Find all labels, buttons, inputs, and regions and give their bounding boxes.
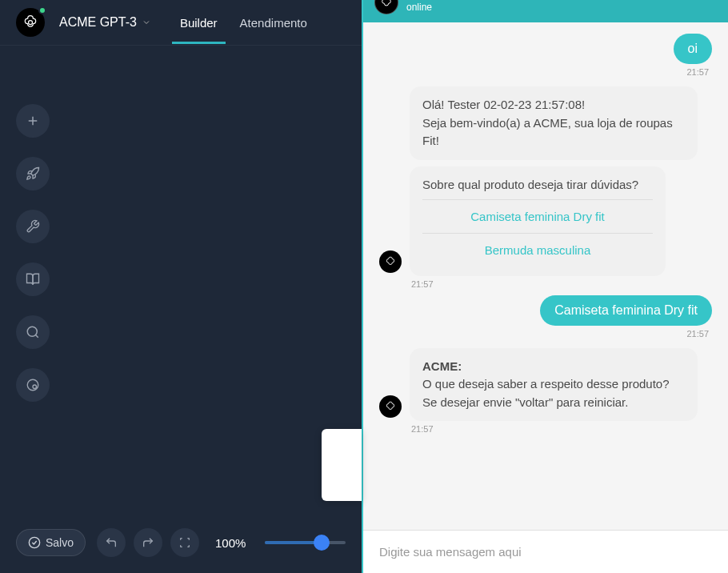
tab-atendimento[interactable]: Atendimento: [240, 2, 307, 44]
bot-avatar-icon: [379, 250, 402, 273]
top-bar: ACME GPT-3 Builder Atendimento: [0, 0, 362, 46]
svg-point-6: [33, 385, 37, 389]
user-message: Camiseta feminina Dry fit 21:57: [379, 295, 712, 339]
app-title-text: ACME GPT-3: [59, 15, 137, 30]
save-label: Salvo: [46, 536, 74, 549]
zoom-label: 100%: [215, 536, 246, 550]
online-status: online: [406, 2, 432, 13]
check-circle-icon: [28, 536, 41, 549]
app-title-dropdown[interactable]: ACME GPT-3: [59, 15, 151, 30]
search-button[interactable]: [16, 315, 50, 349]
builder-panel: ACME GPT-3 Builder Atendimento: [0, 0, 362, 573]
message-time: 21:57: [686, 67, 709, 77]
tab-builder[interactable]: Builder: [180, 2, 218, 44]
undo-button[interactable]: [97, 528, 126, 557]
bot-option-card: Sobre qual produto deseja tirar dúvidas?…: [410, 166, 666, 276]
bot-message: ACME: O que deseja saber a respeito dess…: [379, 348, 712, 435]
frame-button[interactable]: [170, 528, 199, 557]
svg-point-3: [27, 327, 37, 336]
svg-point-7: [29, 537, 39, 547]
chat-messages[interactable]: oi 21:57 Olá! Tester 02-02-23 21:57:08! …: [363, 22, 728, 530]
canvas-preview: [322, 429, 362, 501]
svg-line-4: [35, 335, 38, 337]
user-message-text: oi: [674, 34, 712, 64]
message-time: 21:57: [411, 279, 434, 289]
chat-input-bar: [363, 530, 728, 573]
main-tabs: Builder Atendimento: [180, 2, 307, 44]
message-time: 21:57: [411, 424, 434, 434]
slider-thumb[interactable]: [314, 535, 330, 551]
option-bermuda[interactable]: Bermuda masculina: [422, 233, 653, 266]
svg-point-5: [27, 379, 38, 391]
bot-message: Olá! Tester 02-02-23 21:57:08! Seja bem-…: [379, 86, 712, 160]
settings-button[interactable]: [16, 210, 50, 243]
docs-button[interactable]: [16, 262, 50, 296]
rocket-button[interactable]: [16, 157, 50, 190]
chat-bot-avatar-icon: [374, 0, 398, 14]
add-button[interactable]: [16, 104, 50, 138]
bot-text-body: O que deseja saber a respeito desse prod…: [422, 377, 670, 409]
chat-input[interactable]: [379, 545, 712, 559]
redo-button[interactable]: [134, 528, 162, 557]
bot-avatar-icon: [379, 395, 402, 418]
save-status: Salvo: [16, 529, 86, 556]
message-time: 21:57: [686, 329, 709, 339]
svg-point-0: [29, 21, 33, 25]
zoom-slider[interactable]: [265, 541, 346, 544]
bot-message-text: ACME: O que deseja saber a respeito dess…: [410, 348, 698, 422]
option-dryfit[interactable]: Camiseta feminina Dry fit: [422, 200, 653, 233]
chat-panel: online oi 21:57 Olá! Tester 02-02-23 21:…: [362, 0, 728, 573]
chat-header: online: [363, 0, 728, 22]
bot-card-text: Sobre qual produto deseja tirar dúvidas?: [422, 176, 653, 193]
sidebar-tools: [16, 104, 50, 402]
app-logo: [16, 8, 45, 37]
global-button[interactable]: [16, 368, 50, 402]
user-message-text: Camiseta feminina Dry fit: [540, 295, 712, 326]
chevron-down-icon: [142, 18, 151, 27]
bot-label: ACME:: [422, 359, 462, 373]
bot-message-text: Olá! Tester 02-02-23 21:57:08! Seja bem-…: [410, 86, 698, 160]
bot-message: Sobre qual produto deseja tirar dúvidas?…: [379, 166, 712, 289]
bottom-toolbar: Salvo 100%: [0, 528, 362, 557]
status-dot-icon: [38, 6, 46, 14]
user-message: oi 21:57: [379, 34, 712, 77]
